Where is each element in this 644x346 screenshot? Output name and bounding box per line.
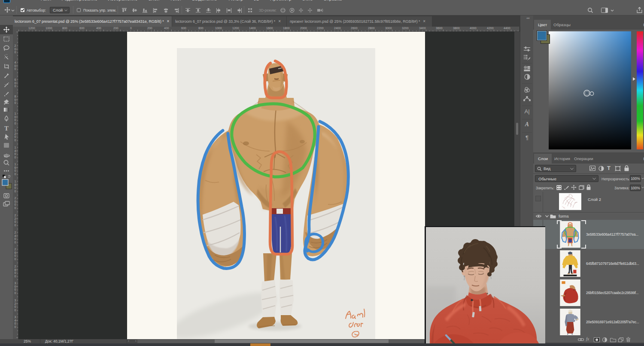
svg-text:T: T <box>4 125 9 132</box>
